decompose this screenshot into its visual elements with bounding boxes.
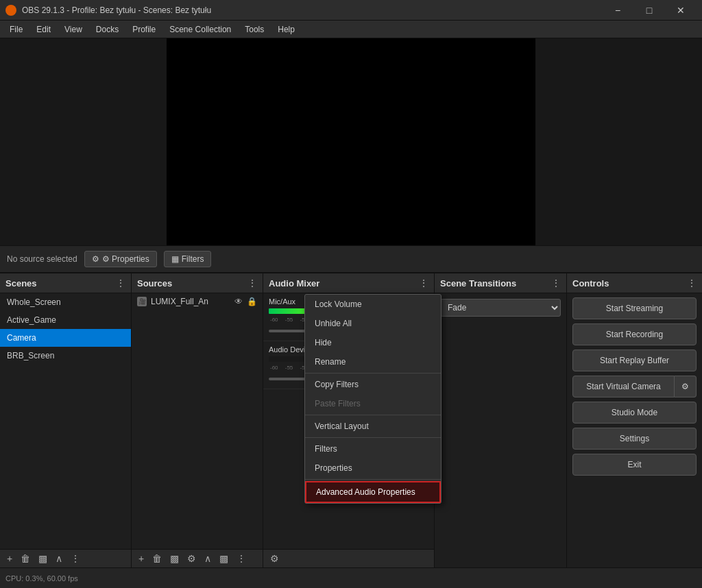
sources-panel-menu-button[interactable]: ⋮ xyxy=(247,278,257,289)
scenes-add-button[interactable]: + xyxy=(4,552,15,565)
scenes-panel-content: Whole_Screen Active_Game Camera BRB_Scre… xyxy=(0,293,131,549)
ctx-copy-filters[interactable]: Copy Filters xyxy=(305,375,441,394)
transition-select-wrap: Cut Fade Swipe Slide Stinger Fade to Col… xyxy=(435,293,566,322)
sources-toolbar: + 🗑 ▩ ⚙ ∧ ▩ ⋮ xyxy=(132,549,263,567)
filter-icon: ▦ xyxy=(171,254,179,264)
bottom-bar: CPU: 0.3%, 60.00 fps xyxy=(0,567,702,588)
sources-filter-button[interactable]: ▩ xyxy=(167,552,182,565)
start-virtual-camera-button[interactable]: Start Virtual Camera xyxy=(572,376,675,397)
scene-item-brb-screen[interactable]: BRB_Screen xyxy=(0,347,131,365)
ctx-divider-4 xyxy=(305,479,441,480)
window-title: OBS 29.1.3 - Profile: Bez tytułu - Scene… xyxy=(22,5,602,15)
maximize-button[interactable]: □ xyxy=(633,0,665,21)
scenes-toolbar: + 🗑 ▩ ∧ ⋮ xyxy=(0,549,131,567)
preview-right-pad xyxy=(535,38,702,245)
source-video-icon: 🎥 xyxy=(137,297,147,306)
no-source-label: No source selected xyxy=(7,254,77,264)
audio-mixer-menu-button[interactable]: ⋮ xyxy=(419,278,428,289)
ctx-divider-1 xyxy=(305,373,441,373)
transitions-panel-title: Scene Transitions xyxy=(440,278,516,289)
preview-left-pad xyxy=(0,38,167,245)
minimize-button[interactable]: − xyxy=(602,0,633,21)
sources-panel-header: Sources ⋮ xyxy=(132,273,263,293)
ctx-rename[interactable]: Rename xyxy=(305,352,441,371)
no-source-bar: No source selected ⚙ ⚙ Properties ▦ Filt… xyxy=(0,245,702,273)
menu-profile[interactable]: Profile xyxy=(125,23,162,36)
ctx-vertical-layout[interactable]: Vertical Layout xyxy=(305,417,441,436)
scenes-panel-menu-button[interactable]: ⋮ xyxy=(116,278,125,289)
audio-mixer-panel: Audio Mixer ⋮ Mic/Aux -3.0 dB -60-55-50 … xyxy=(263,273,435,567)
sources-panel: Sources ⋮ 🎥 LUMIX_Full_An 👁 🔒 + 🗑 ▩ ⚙ ∧ … xyxy=(132,273,263,567)
menu-file[interactable]: File xyxy=(3,23,29,36)
menu-help[interactable]: Help xyxy=(271,23,302,36)
audio-mixer-settings-button[interactable]: ⚙ xyxy=(267,552,282,565)
preview-canvas[interactable] xyxy=(167,38,535,245)
start-replay-buffer-button[interactable]: Start Replay Buffer xyxy=(572,350,697,371)
ctx-properties[interactable]: Properties xyxy=(305,458,441,478)
source-item-lumix[interactable]: 🎥 LUMIX_Full_An 👁 🔒 xyxy=(132,293,263,310)
menu-edit[interactable]: Edit xyxy=(29,23,58,36)
transition-select[interactable]: Cut Fade Swipe Slide Stinger Fade to Col… xyxy=(440,299,561,317)
close-button[interactable]: ✕ xyxy=(665,0,697,21)
sources-settings-button[interactable]: ⚙ xyxy=(184,552,199,565)
filters-button[interactable]: ▦ Filters xyxy=(164,251,212,267)
scenes-panel: Scenes ⋮ Whole_Screen Active_Game Camera… xyxy=(0,273,132,567)
transitions-panel-menu-button[interactable]: ⋮ xyxy=(551,278,561,289)
ctx-advanced-audio-properties[interactable]: Advanced Audio Properties xyxy=(305,481,441,503)
sources-up-button[interactable]: ∧ xyxy=(202,552,214,565)
audio-ch-mic-name: Mic/Aux xyxy=(269,297,295,306)
ctx-filters[interactable]: Filters xyxy=(305,439,441,458)
exit-button[interactable]: Exit xyxy=(572,454,697,476)
scenes-up-button[interactable]: ∧ xyxy=(53,552,65,565)
controls-panel: Controls ⋮ Start Streaming Start Recordi… xyxy=(567,273,702,567)
preview-wrapper xyxy=(0,38,702,245)
transitions-panel-content: Cut Fade Swipe Slide Stinger Fade to Col… xyxy=(435,293,566,567)
audio-mixer-toolbar: ⚙ xyxy=(263,549,434,567)
scene-item-whole-screen[interactable]: Whole_Screen xyxy=(0,293,131,311)
menu-tools[interactable]: Tools xyxy=(238,23,271,36)
start-recording-button[interactable]: Start Recording xyxy=(572,323,697,345)
scenes-remove-button[interactable]: 🗑 xyxy=(18,552,33,565)
sources-remove-button[interactable]: 🗑 xyxy=(149,552,165,565)
scenes-panel-header: Scenes ⋮ xyxy=(0,273,131,293)
virtual-camera-row: Start Virtual Camera ⚙ xyxy=(572,376,697,397)
sources-add-button[interactable]: + xyxy=(136,552,147,565)
ctx-hide[interactable]: Hide xyxy=(305,333,441,352)
sources-more-button[interactable]: ⋮ xyxy=(234,552,249,565)
ctx-divider-3 xyxy=(305,437,441,438)
ctx-divider-2 xyxy=(305,415,441,415)
sources-panel-content: 🎥 LUMIX_Full_An 👁 🔒 xyxy=(132,293,263,549)
scenes-more-button[interactable]: ⋮ xyxy=(68,552,83,565)
controls-panel-menu-button[interactable]: ⋮ xyxy=(687,278,697,289)
ctx-paste-filters: Paste Filters xyxy=(305,394,441,413)
settings-button[interactable]: Settings xyxy=(572,428,697,450)
titlebar: OBS 29.1.3 - Profile: Bez tytułu - Scene… xyxy=(0,0,702,21)
sources-scene-filter-button[interactable]: ▩ xyxy=(217,552,231,565)
window-controls: − □ ✕ xyxy=(602,0,697,21)
menu-scene-collection[interactable]: Scene Collection xyxy=(162,23,238,36)
properties-button[interactable]: ⚙ ⚙ Properties xyxy=(84,251,157,267)
menubar: File Edit View Docks Profile Scene Colle… xyxy=(0,21,702,38)
controls-panel-content: Start Streaming Start Recording Start Re… xyxy=(567,293,702,567)
scene-item-camera[interactable]: Camera xyxy=(0,329,131,347)
start-streaming-button[interactable]: Start Streaming xyxy=(572,297,697,319)
audio-mixer-title: Audio Mixer xyxy=(269,278,319,289)
audio-mixer-header: Audio Mixer ⋮ xyxy=(263,273,434,293)
transitions-panel: Scene Transitions ⋮ Cut Fade Swipe Slide… xyxy=(435,273,567,567)
menu-docks[interactable]: Docks xyxy=(89,23,125,36)
virtual-camera-settings-button[interactable]: ⚙ xyxy=(675,376,697,397)
scene-item-active-game[interactable]: Active_Game xyxy=(0,311,131,329)
menu-view[interactable]: View xyxy=(58,23,89,36)
source-lock-icon[interactable]: 🔒 xyxy=(247,297,257,306)
source-eye-icon[interactable]: 👁 xyxy=(234,297,243,306)
panels: Scenes ⋮ Whole_Screen Active_Game Camera… xyxy=(0,273,702,567)
transitions-panel-header: Scene Transitions ⋮ xyxy=(435,273,566,293)
app-icon xyxy=(5,5,16,16)
cpu-stats: CPU: 0.3%, 60.00 fps xyxy=(5,574,78,583)
ctx-unhide-all[interactable]: Unhide All xyxy=(305,314,441,333)
studio-mode-button[interactable]: Studio Mode xyxy=(572,402,697,424)
source-name-lumix: LUMIX_Full_An xyxy=(151,297,208,306)
ctx-lock-volume[interactable]: Lock Volume xyxy=(305,295,441,314)
scenes-filter-button[interactable]: ▩ xyxy=(36,552,50,565)
controls-panel-header: Controls ⋮ xyxy=(567,273,702,293)
